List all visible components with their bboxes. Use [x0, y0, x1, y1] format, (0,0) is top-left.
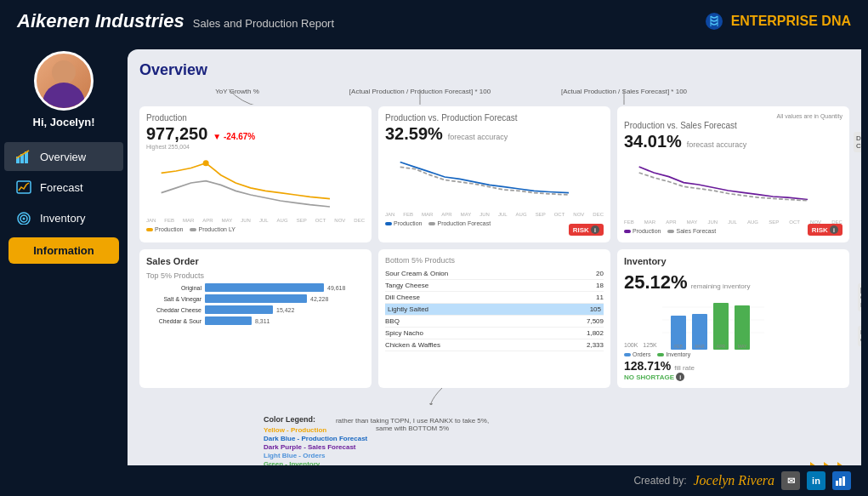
email-icon[interactable]: ✉	[781, 471, 800, 490]
bar-label: Salt & Vinegar	[146, 296, 201, 302]
highest-label: Highest 255,004	[146, 144, 365, 150]
footer-name: Jocelyn Rivera	[694, 473, 775, 488]
list-item: Dill Cheese11	[385, 292, 604, 304]
production-legend: Production Production LY	[146, 226, 365, 232]
inventory-card: Inventory 25.12% remaining inventory 100…	[617, 249, 849, 388]
overview-label: Overview	[40, 151, 86, 163]
inventory-card-title: Inventory	[624, 256, 842, 266]
rankx-annotation: rather than taking TOPN, I use RANKX to …	[327, 417, 497, 432]
inventory-bar-chart: 100K 125K	[624, 299, 842, 350]
svg-text:APR: APR	[717, 344, 726, 349]
top5-bars: Original 49,618 Salt & Vinegar 42,228 Ch…	[146, 283, 365, 325]
bar-value: 8,311	[255, 318, 270, 324]
svg-point-10	[203, 160, 209, 166]
bar-value: 49,618	[327, 285, 345, 291]
list-item: Sour Cream & Onion20	[385, 268, 604, 280]
svg-marker-11	[429, 403, 433, 405]
inv-legend: Orders Inventory	[624, 351, 842, 357]
risk-info-1[interactable]: i	[591, 225, 599, 234]
actual-sales-annotation: [Actual Production / Sales Forecast] * 1…	[547, 88, 701, 95]
information-button[interactable]: Information	[9, 237, 119, 264]
list-item-highlighted: Lightly Salted105	[385, 304, 604, 316]
sales-order-card: Sales Order Top 5% Products Original 49,…	[139, 249, 372, 388]
svg-point-9	[23, 218, 26, 220]
app-header: Aikenen Industries Sales and Production …	[0, 0, 868, 43]
production-card-title: Production	[146, 113, 365, 123]
forecast-accuracy-2: forecast accuracy	[687, 140, 747, 149]
legend-item: Dark Blue - Production Forecast	[264, 435, 367, 442]
list-item: BBQ7,509	[385, 316, 604, 328]
forecast-icon	[14, 180, 33, 195]
inventory-label: Inventory	[40, 212, 85, 225]
chart-icon[interactable]	[832, 471, 851, 490]
sales-forecast-chart	[624, 155, 842, 214]
sales-order-title: Sales Order	[146, 256, 365, 266]
linkedin-icon[interactable]: in	[807, 471, 825, 490]
month-labels-2: JANFEBMARAPRMAYJUNJULAUGSEPOCTNOVDEC	[385, 212, 604, 217]
sales-forecast-title: Production vs. Sales Forecast	[624, 121, 842, 130]
sidebar-item-inventory[interactable]: Inventory	[4, 203, 123, 232]
inventory-bars-svg: FEB MAR APR MAY	[662, 299, 764, 350]
dynamic-text-annotation-1: Dynamic TEXT and Color	[854, 132, 861, 152]
inventory-sub: remaining inventory	[691, 282, 751, 290]
top-charts-row: Production 977,250 ▼ -24.67% Highest 255…	[139, 106, 849, 242]
bottom5-card: Bottom 5% Products Sour Cream & Onion20 …	[378, 249, 610, 388]
main-container: Hi, Jocelyn! Overview Forecast Inventory…	[0, 43, 868, 496]
month-labels: JANFEBMARAPRMAYJUNJULAUGSEPOCTNOVDEC	[146, 218, 365, 223]
rankx-arrow	[429, 388, 455, 405]
production-chart	[146, 153, 365, 213]
risk-badge-2: RISK i	[808, 224, 842, 236]
prod-forecast-value: 32.59%	[385, 124, 443, 144]
sidebar-item-overview[interactable]: Overview	[4, 142, 123, 171]
sales-forecast-card: All values are in Quantity Production vs…	[617, 106, 849, 242]
legend-item: Dark Purple - Sales Forecast	[264, 443, 367, 451]
list-item: Tangy Cheese18	[385, 280, 604, 292]
bar-label: Cheddar & Sour	[146, 318, 201, 324]
svg-text:MAR: MAR	[695, 344, 705, 349]
top5-subtitle: Top 5% Products	[146, 271, 365, 280]
dynamic-text-annotation-2: Dynamic TEXT and Color	[858, 326, 861, 346]
page-title: Overview	[139, 61, 849, 79]
app-title: Aikenen Industries	[17, 10, 184, 32]
prod-forecast-chart	[385, 147, 604, 207]
overview-icon	[14, 149, 33, 164]
bottom5-list: Sour Cream & Onion20 Tangy Cheese18 Dill…	[385, 268, 604, 351]
svg-rect-25	[842, 476, 845, 486]
greeting: Hi, Jocelyn!	[33, 116, 95, 128]
list-item: Chicken & Waffles2,333	[385, 339, 604, 351]
bottom-charts-row: Sales Order Top 5% Products Original 49,…	[139, 249, 849, 388]
prod-forecast-title: Production vs. Production Forecast	[385, 113, 604, 123]
inventory-value: 25.12%	[624, 271, 688, 294]
svg-rect-24	[839, 478, 842, 486]
production-card: Production 977,250 ▼ -24.67% Highest 255…	[139, 106, 372, 242]
bar-label: Original	[146, 285, 201, 291]
header-right: ENTERPRISE DNA	[704, 11, 851, 31]
bar-label: Cheddar Cheese	[146, 307, 201, 313]
shortage-info[interactable]: i	[676, 373, 684, 381]
all-values-note: All values are in Quantity	[624, 113, 842, 119]
actual-prod-annotation: [Actual Production / Production Forecast…	[343, 88, 496, 95]
bar-row: Salt & Vinegar 42,228	[146, 294, 365, 303]
svg-text:MAY: MAY	[737, 344, 746, 349]
avatar	[34, 51, 94, 111]
svg-rect-23	[836, 481, 838, 486]
bar-row: Cheddar & Sour 8,311	[146, 316, 365, 325]
svg-text:FEB: FEB	[674, 344, 683, 349]
fillrate-label: fill rate	[674, 364, 695, 372]
production-yoy-badge: ▼ -24.67%	[213, 132, 255, 141]
bar-row: Cheddar Cheese 15,422	[146, 305, 365, 314]
legend-item: Light Blue - Orders	[264, 452, 367, 459]
footer: Created by: Jocelyn Rivera ✉ in	[0, 465, 868, 496]
inventory-icon	[14, 210, 33, 225]
risk-info-2[interactable]: i	[830, 225, 838, 234]
dna-icon	[704, 11, 724, 31]
bar-fill	[205, 316, 252, 325]
bar-value: 15,422	[276, 307, 294, 313]
list-item: Spicy Nacho1,802	[385, 328, 604, 339]
footer-credit: Created by:	[633, 475, 686, 487]
sidebar-item-forecast[interactable]: Forecast	[4, 173, 123, 202]
brand-text: ENTERPRISE DNA	[731, 14, 851, 29]
bottom5-subtitle: Bottom 5% Products	[385, 256, 604, 265]
sidebar: Hi, Jocelyn! Overview Forecast Inventory…	[0, 43, 128, 496]
no-shortage: NO SHORTAGE i	[624, 373, 842, 381]
